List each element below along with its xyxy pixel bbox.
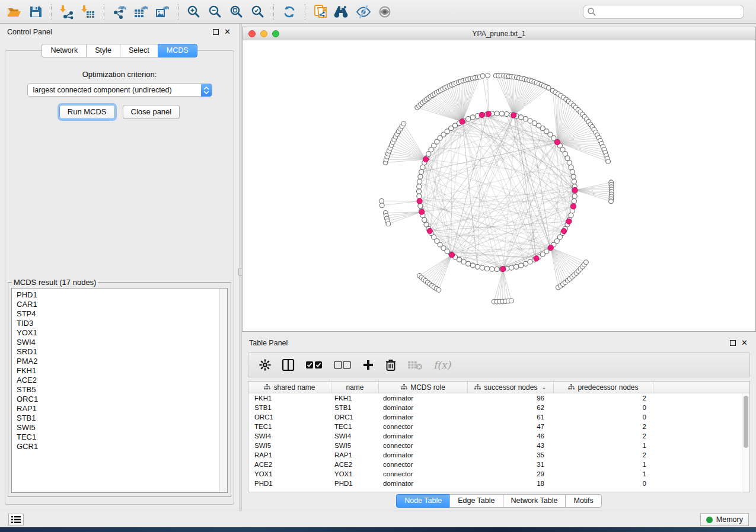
table-cell[interactable]: STB1 — [331, 403, 379, 412]
mcds-hub-node[interactable] — [417, 198, 422, 204]
mcds-result-item[interactable]: ACE2 — [17, 376, 219, 385]
export-table-icon[interactable] — [130, 2, 152, 22]
network-leaf-node[interactable] — [584, 260, 589, 265]
zoom-in-icon[interactable] — [183, 2, 205, 22]
memory-button[interactable]: Memory — [700, 513, 749, 526]
network-node[interactable] — [417, 179, 422, 184]
table-cell[interactable]: STB1 — [248, 403, 331, 412]
column-header-shared-name[interactable]: shared name — [248, 382, 331, 393]
table-cell[interactable]: connector — [379, 422, 468, 431]
table-cell[interactable]: ACE2 — [331, 460, 379, 469]
network-node[interactable] — [422, 217, 427, 222]
hide-eye-icon[interactable] — [353, 2, 374, 22]
table-cell[interactable]: 2 — [554, 393, 653, 403]
network-leaf-node[interactable] — [609, 199, 614, 204]
table-cell[interactable]: 46 — [468, 431, 554, 441]
mcds-hub-node[interactable] — [561, 228, 566, 233]
table-row[interactable]: STB1STB1dominator620 — [248, 403, 749, 412]
table-cell[interactable]: RAP1 — [331, 450, 379, 460]
network-node[interactable] — [569, 165, 573, 169]
network-node[interactable] — [495, 267, 499, 271]
column-header-MCDS-role[interactable]: MCDS role — [379, 382, 468, 393]
mcds-hub-node[interactable] — [554, 139, 560, 145]
find-icon[interactable] — [331, 2, 353, 22]
search-input[interactable] — [583, 5, 744, 19]
tab-motifs[interactable]: Motifs — [565, 494, 601, 508]
table-cell[interactable]: connector — [379, 441, 468, 450]
select-all-icon[interactable] — [305, 360, 323, 370]
network-node[interactable] — [571, 174, 576, 179]
network-node[interactable] — [416, 189, 421, 194]
table-row[interactable]: ACE2ACE2connector311 — [248, 460, 749, 469]
network-node[interactable] — [466, 261, 471, 266]
table-cell[interactable]: FKH1 — [331, 393, 379, 403]
open-file-icon[interactable] — [4, 2, 25, 22]
split-columns-icon[interactable] — [282, 358, 295, 371]
network-node[interactable] — [569, 213, 573, 218]
export-image-icon[interactable] — [152, 2, 173, 22]
mcds-hub-node[interactable] — [423, 156, 429, 162]
mcds-hub-node[interactable] — [511, 113, 516, 118]
table-cell[interactable]: 2 — [554, 450, 653, 460]
network-node[interactable] — [470, 115, 475, 120]
table-cell[interactable]: 0 — [554, 403, 653, 412]
mcds-result-list[interactable]: PHD1CAR1STP4TID3YOX1SWI4SRD1PMA2FKH1ACE2… — [11, 288, 228, 493]
mcds-hub-node[interactable] — [500, 266, 506, 271]
network-node[interactable] — [509, 265, 514, 270]
table-cell[interactable]: 2 — [554, 431, 653, 441]
mcds-hub-node[interactable] — [479, 112, 484, 117]
network-node[interactable] — [570, 169, 575, 174]
table-cell[interactable]: 43 — [468, 441, 554, 450]
network-node[interactable] — [495, 111, 499, 116]
table-cell[interactable]: TEC1 — [331, 422, 379, 431]
table-cell[interactable]: dominator — [379, 479, 468, 488]
network-leaf-node[interactable] — [606, 159, 611, 164]
table-cell[interactable]: FKH1 — [248, 393, 331, 403]
export-network-icon[interactable] — [109, 2, 130, 22]
table-cell[interactable]: 61 — [468, 412, 554, 422]
network-node[interactable] — [572, 179, 576, 184]
table-cell[interactable]: ORC1 — [331, 412, 379, 422]
mcds-result-item[interactable]: YOX1 — [17, 328, 219, 338]
delete-column-icon[interactable] — [385, 358, 397, 371]
mcds-result-item[interactable]: GCR1 — [17, 442, 219, 451]
network-node[interactable] — [514, 264, 519, 269]
mcds-result-item[interactable]: TID3 — [17, 319, 219, 328]
table-cell[interactable]: YOX1 — [331, 469, 379, 479]
gear-icon[interactable] — [259, 359, 271, 371]
network-node[interactable] — [572, 194, 577, 198]
network-leaf-node[interactable] — [486, 73, 490, 78]
network-leaf-node[interactable] — [546, 85, 551, 90]
table-cell[interactable]: 0 — [554, 479, 653, 488]
mcds-hub-node[interactable] — [566, 219, 572, 224]
network-node[interactable] — [519, 263, 524, 268]
network-node[interactable] — [504, 111, 509, 116]
network-node[interactable] — [565, 156, 570, 161]
network-node[interactable] — [484, 266, 489, 271]
table-cell[interactable]: 35 — [468, 450, 554, 460]
tab-node-table[interactable]: Node Table — [396, 494, 449, 508]
close-panel-button[interactable]: Close panel — [123, 105, 180, 119]
network-node[interactable] — [490, 267, 495, 271]
table-row[interactable]: FKH1FKH1dominator962 — [248, 393, 749, 403]
table-cell[interactable]: 1 — [554, 460, 653, 469]
network-node[interactable] — [475, 264, 480, 269]
table-cell[interactable]: SWI5 — [331, 441, 379, 450]
table-scrollbar[interactable] — [742, 393, 749, 492]
table-row[interactable]: PHD1PHD1dominator180 — [248, 479, 749, 488]
mcds-result-item[interactable]: SRD1 — [17, 347, 219, 357]
mcds-hub-node[interactable] — [534, 256, 539, 261]
table-cell[interactable]: TEC1 — [248, 422, 331, 431]
network-leaf-node[interactable] — [379, 198, 384, 203]
network-node[interactable] — [523, 117, 528, 121]
table-cell[interactable]: 47 — [468, 422, 554, 431]
table-row[interactable]: TEC1TEC1connector472 — [248, 422, 749, 431]
mcds-list-scrollbar[interactable] — [219, 289, 227, 492]
network-leaf-node[interactable] — [401, 121, 406, 126]
mcds-result-item[interactable]: STB5 — [17, 385, 219, 395]
maximize-window-icon[interactable] — [272, 30, 279, 37]
table-cell[interactable]: dominator — [379, 393, 468, 403]
table-cell[interactable]: SWI4 — [331, 431, 379, 441]
float-window-icon[interactable] — [213, 29, 219, 35]
network-node[interactable] — [480, 265, 484, 270]
